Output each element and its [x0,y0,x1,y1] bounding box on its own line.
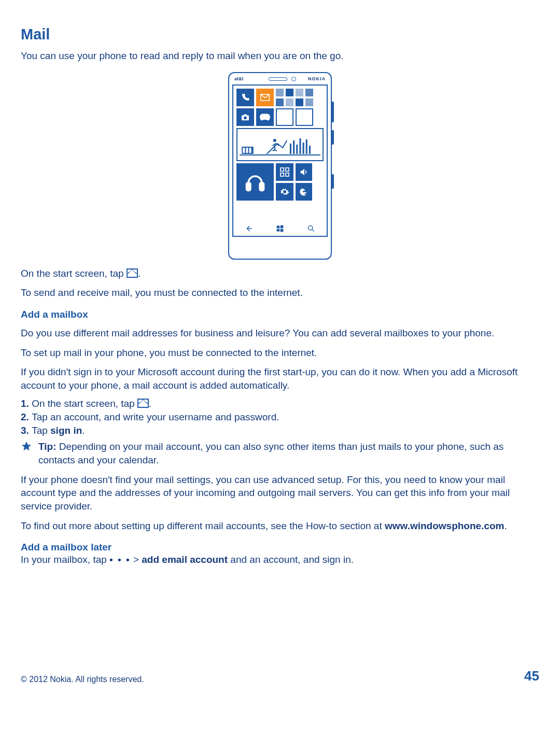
camera-tile [236,108,254,126]
add-p2: To set up mail in your phone, you must b… [21,346,539,360]
internet-note: To send and receive mail, you must be co… [21,286,539,300]
svg-rect-13 [286,173,289,176]
svg-rect-14 [277,225,280,228]
step-2: 2. Tap an account, and write your userna… [21,410,539,424]
add-later-heading: Add a mailbox later [21,542,539,553]
svg-rect-15 [281,225,284,228]
svg-rect-3 [243,148,245,153]
page-number: 45 [524,668,539,684]
sound-tile [296,163,312,181]
add-p1: Do you use different mail addresses for … [21,327,539,340]
mail-icon [127,268,138,278]
page-title: Mail [21,26,539,43]
settings-tile [276,183,293,201]
svg-rect-4 [246,148,248,153]
svg-rect-10 [281,168,284,171]
advanced-setup-text: If your phone doesn't find your mail set… [21,473,539,513]
svg-rect-9 [260,182,263,190]
svg-rect-5 [249,148,251,153]
mail-icon [137,399,149,408]
more-info-text: To find out more about setting up differ… [21,519,539,533]
add-mailbox-heading: Add a mailbox [21,309,539,320]
svg-rect-11 [286,168,289,171]
svg-point-1 [244,116,247,119]
add-later-text: In your mailbox, tap • • • > add email a… [21,553,539,566]
copyright: © 2012 Nokia. All rights reserved. [21,675,144,684]
add-p3: If you didn't sign in to your Microsoft … [21,365,539,392]
svg-point-18 [308,225,312,230]
games-tile [256,108,274,126]
svg-point-6 [273,139,276,142]
step-1: 1. On the start screen, tap . [21,397,539,410]
search-icon [307,224,315,233]
more-icon: • • • [109,553,131,566]
windows-icon [276,224,284,233]
browser-tile [296,183,312,201]
svg-rect-12 [281,173,284,176]
phone-tile [236,89,254,106]
step-3: 3. Tap sign in. [21,424,539,437]
music-tile [236,163,274,201]
intro-text: You can use your phone to read and reply… [21,49,539,63]
mail-tile [256,89,274,106]
start-screen-instruction: On the start screen, tap . [21,267,539,280]
apps-tile [276,163,293,181]
phone-illustration: at&t NOKIA [21,72,539,260]
svg-rect-8 [247,182,250,190]
svg-rect-17 [281,229,284,232]
svg-rect-16 [277,229,280,231]
back-icon [245,224,253,233]
brand-label: NOKIA [308,76,326,81]
picture-tile [236,128,324,161]
star-icon [21,441,35,452]
tip-block: Tip: Depending on your mail account, you… [21,440,539,466]
carrier-label: at&t [234,76,244,81]
